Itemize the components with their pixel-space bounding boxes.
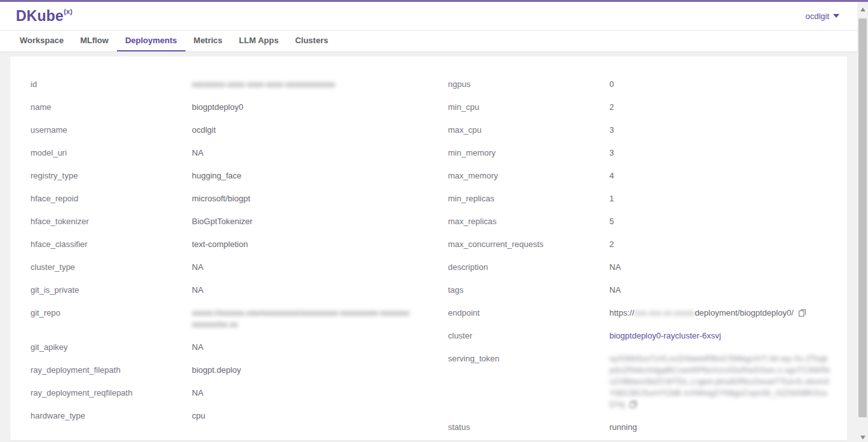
detail-row-model-uri: model_uri NA	[31, 142, 448, 164]
field-label: registry_type	[31, 170, 192, 182]
detail-row-hface-tokenizer: hface_tokenizer BioGptTokenizer	[31, 210, 448, 233]
field-value: BioGptTokenizer	[192, 216, 252, 227]
field-label: model_uri	[31, 147, 192, 159]
endpoint-prefix: https://	[609, 308, 634, 318]
field-label: hface_repoid	[31, 193, 192, 204]
page: DKube(x) ocdlgit Workspace MLflow Deploy…	[0, 2, 857, 442]
detail-row-username: username ocdlgit	[31, 119, 448, 142]
detail-row-hface-classifier: hface_classifier text-completion	[31, 233, 448, 256]
dkube-logo: DKube(x)	[16, 8, 72, 25]
field-value: text-completion	[192, 239, 248, 250]
detail-row-serving-token: serving_token xyXWbSuxTzXLsnZAbwwRfbxCSW…	[448, 347, 847, 416]
tab-mlflow[interactable]: MLflow	[72, 30, 117, 51]
detail-row-cluster: cluster biogptdeploy0-raycluster-6xsvj	[448, 325, 847, 347]
field-label: max_memory	[448, 170, 609, 182]
detail-row-git-repo: git_repo xxxxx://xxxxxx.xxx/xxxxxxxxx/xx…	[31, 302, 448, 336]
scrollbar-up-arrow[interactable]	[857, 4, 868, 15]
serving-token-redacted: xyXWbSuxTzXLsnZAbwwRfbxCSWkgzXrT.Xk-wy-X…	[609, 354, 830, 409]
field-value: NA	[192, 262, 203, 273]
detail-row-name: name biogptdeploy0	[31, 96, 448, 119]
chevron-down-icon	[833, 14, 839, 18]
field-value-redacted: xxxxx://xxxxxx.xxx/xxxxxxxxx/xxxxxxxxx-x…	[192, 307, 413, 330]
field-label: max_cpu	[448, 124, 609, 136]
field-label: id	[31, 79, 192, 90]
detail-row-hface-repoid: hface_repoid microsoft/biogpt	[31, 187, 448, 210]
detail-row-min-memory: min_memory 3	[448, 142, 847, 164]
field-label: cluster	[448, 330, 609, 342]
field-value: NA	[609, 262, 621, 273]
detail-row-max-memory: max_memory 4	[448, 164, 847, 187]
triangle-up-icon	[860, 8, 865, 11]
detail-row-git-is-private: git_is_private NA	[31, 279, 448, 302]
vertical-scrollbar[interactable]	[857, 2, 868, 442]
field-label: description	[448, 262, 609, 273]
user-menu-label: ocdlgit	[805, 11, 829, 21]
field-label: hface_classifier	[31, 239, 192, 250]
field-value: hugging_face	[192, 170, 241, 182]
detail-row-registry-type: registry_type hugging_face	[31, 164, 448, 187]
detail-row-ray-deployment-filepath: ray_deployment_filepath biogpt.deploy	[31, 359, 448, 382]
field-value: NA	[609, 285, 621, 296]
detail-row-tags: tags NA	[448, 279, 847, 302]
field-label: min_replicas	[448, 193, 609, 204]
field-value: 1	[609, 193, 614, 204]
field-value: 2	[609, 102, 614, 113]
details-column-right: ngpus 0 min_cpu 2 max_cpu 3 min_memory 3…	[448, 73, 847, 440]
field-value: 0	[609, 79, 614, 90]
detail-row-cluster-type: cluster_type NA	[31, 256, 448, 279]
details-column-left: id xxxxxxxx-xxxx-xxxx-xxxx-xxxxxxxxxxxx …	[31, 73, 448, 440]
tab-metrics[interactable]: Metrics	[186, 30, 231, 51]
status-value: running	[609, 422, 637, 433]
field-value: 2	[609, 239, 614, 250]
tab-workspace[interactable]: Workspace	[11, 30, 72, 51]
app-header: DKube(x) ocdlgit	[0, 2, 857, 30]
field-value: 4	[609, 170, 614, 182]
content-area: id xxxxxxxx-xxxx-xxxx-xxxx-xxxxxxxxxxxx …	[0, 52, 857, 440]
field-label: git_repo	[31, 307, 192, 330]
field-value: microsoft/biogpt	[192, 193, 250, 204]
detail-row-min-replicas: min_replicas 1	[448, 187, 847, 210]
field-value: biogpt.deploy	[192, 365, 241, 376]
field-label: max_replicas	[448, 216, 609, 227]
field-label: min_cpu	[448, 102, 609, 113]
detail-row-status: status running	[448, 416, 847, 439]
field-value: NA	[192, 147, 203, 159]
field-value: 5	[609, 216, 614, 227]
logo-superscript: (x)	[64, 8, 72, 15]
field-value: 3	[609, 124, 614, 136]
detail-row-ngpus: ngpus 0	[448, 73, 847, 96]
deployment-details-card: id xxxxxxxx-xxxx-xxxx-xxxx-xxxxxxxxxxxx …	[10, 57, 847, 440]
tab-clusters[interactable]: Clusters	[287, 30, 336, 51]
field-label: username	[31, 124, 192, 136]
triangle-down-icon	[860, 436, 865, 439]
detail-row-max-cpu: max_cpu 3	[448, 119, 847, 142]
detail-row-min-cpu: min_cpu 2	[448, 96, 847, 119]
tab-llm-apps[interactable]: LLM Apps	[231, 30, 287, 51]
field-value: biogptdeploy0	[192, 102, 243, 113]
field-label: tags	[448, 285, 609, 296]
scrollbar-thumb[interactable]	[858, 18, 867, 417]
copy-icon[interactable]	[628, 399, 638, 409]
field-label: name	[31, 102, 192, 113]
field-value: cpu	[192, 410, 205, 422]
field-value: NA	[192, 342, 203, 353]
field-value-redacted: xxxxxxxx-xxxx-xxxx-xxxx-xxxxxxxxxxxx	[192, 79, 335, 90]
cluster-link[interactable]: biogptdeploy0-raycluster-6xsvj	[609, 331, 721, 340]
field-label: serving_token	[448, 353, 609, 410]
tab-deployments[interactable]: Deployments	[117, 30, 186, 51]
serving-token-value: xyXWbSuxTzXLsnZAbwwRfbxCSWkgzXrT.Xk-wy-X…	[609, 353, 831, 410]
field-label: hface_tokenizer	[31, 216, 192, 227]
field-label: min_memory	[448, 147, 609, 159]
field-label: hardware_type	[31, 410, 192, 422]
field-value: 3	[609, 147, 614, 159]
field-value: ocdlgit	[192, 124, 216, 136]
field-label: max_concurrent_requests	[448, 239, 609, 250]
copy-icon[interactable]	[797, 308, 807, 318]
field-label: cluster_type	[31, 262, 192, 273]
detail-row-description: description NA	[448, 256, 847, 279]
field-label: ray_deployment_filepath	[31, 365, 192, 376]
scrollbar-down-arrow[interactable]	[857, 432, 868, 442]
main-nav-tabs: Workspace MLflow Deployments Metrics LLM…	[0, 30, 857, 52]
user-menu[interactable]: ocdlgit	[805, 11, 839, 21]
endpoint-host-redacted: xxx.xxx.xx.xxxxx	[634, 308, 695, 318]
